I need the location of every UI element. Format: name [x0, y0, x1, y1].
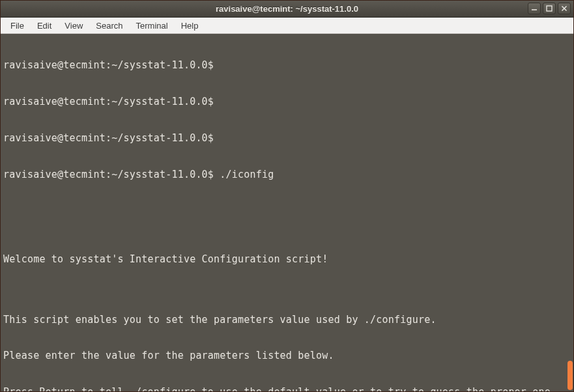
menu-terminal[interactable]: Terminal	[130, 20, 174, 32]
menubar: File Edit View Search Terminal Help	[1, 18, 573, 34]
close-icon	[561, 5, 567, 12]
terminal-line: ravisaive@tecmint:~/sysstat-11.0.0$	[3, 96, 571, 108]
maximize-button[interactable]	[543, 3, 556, 14]
terminal-area[interactable]: ravisaive@tecmint:~/sysstat-11.0.0$ ravi…	[1, 34, 573, 391]
menu-help[interactable]: Help	[175, 20, 205, 32]
menu-view[interactable]: View	[59, 20, 89, 32]
titlebar[interactable]: ravisaive@tecmint: ~/sysstat-11.0.0	[1, 1, 573, 18]
close-button[interactable]	[558, 3, 571, 14]
svg-rect-1	[547, 6, 552, 11]
terminal-line: Please enter the value for the parameter…	[3, 350, 571, 362]
menu-edit[interactable]: Edit	[31, 20, 57, 32]
window-title: ravisaive@tecmint: ~/sysstat-11.0.0	[216, 4, 358, 14]
terminal-line: Press Return to tell ./configure to use …	[3, 386, 571, 391]
window-controls	[528, 3, 571, 14]
maximize-icon	[546, 5, 552, 12]
terminal-line: ravisaive@tecmint:~/sysstat-11.0.0$	[3, 59, 571, 72]
terminal-window: ravisaive@tecmint: ~/sysstat-11.0.0 File…	[0, 0, 574, 392]
terminal-line: This script enables you to set the param…	[3, 314, 571, 326]
menu-file[interactable]: File	[5, 20, 30, 32]
terminal-line: ravisaive@tecmint:~/sysstat-11.0.0$	[3, 132, 571, 145]
scroll-thumb[interactable]	[567, 361, 573, 390]
terminal-line: ravisaive@tecmint:~/sysstat-11.0.0$ ./ic…	[3, 169, 571, 181]
menu-search[interactable]: Search	[90, 20, 128, 32]
minimize-icon	[531, 5, 538, 12]
scrollbar[interactable]	[566, 34, 573, 391]
terminal-line: Welcome to sysstat's Interactive Configu…	[3, 253, 571, 266]
minimize-button[interactable]	[528, 3, 541, 14]
